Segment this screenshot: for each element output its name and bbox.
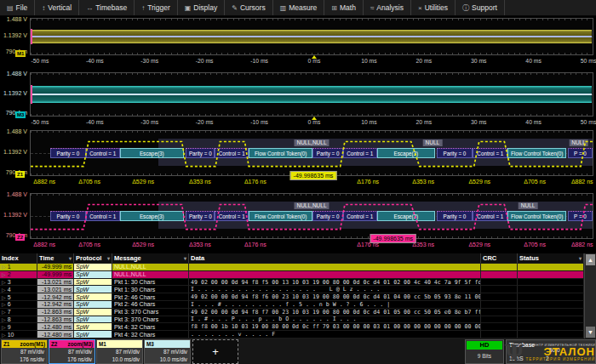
- menu-item-support[interactable]: ⓘSupport: [456, 0, 505, 15]
- column-header-message[interactable]: Message▾: [112, 253, 189, 264]
- descriptor-id: M3: [146, 341, 154, 347]
- sort-icon[interactable]: ▾: [69, 255, 72, 261]
- descriptor-m1[interactable]: M187 mV/div10.0 ms/div: [96, 339, 143, 364]
- menu-item-file[interactable]: ▤File: [0, 0, 35, 15]
- cell-data: I . # . . . P . . . p . . b O . . . . . …: [189, 316, 481, 324]
- row-index: ▷8: [0, 316, 37, 324]
- delta-time-label: Δ882 ns: [33, 242, 55, 247]
- analysis-icon: ≈: [370, 4, 374, 12]
- menu-item-display[interactable]: ▣Display: [178, 0, 225, 15]
- delta-time-label: Δ705 ns: [524, 179, 546, 185]
- cell-crc: [481, 279, 518, 287]
- descriptor-id: Z2: [51, 341, 57, 347]
- table-scrollbar[interactable]: ▲ ▼: [584, 253, 596, 338]
- vertical-scale: 87 mV/div: [97, 348, 142, 355]
- header-label: Time: [39, 254, 54, 262]
- expand-arrow-icon[interactable]: ▷: [2, 324, 6, 330]
- column-header-status[interactable]: Status▾: [518, 253, 584, 264]
- table-row[interactable]: ▷1-49.999 msSpWNULL,NULL: [0, 264, 584, 271]
- menu-item-vertical[interactable]: ↕Vertical: [35, 0, 79, 15]
- cell-data: I . . . . . . . . . . . . . . . . . . L …: [189, 286, 481, 293]
- column-header-data[interactable]: Data: [189, 253, 481, 264]
- descriptor-m3[interactable]: M387 mV/div10.0 ms/div: [144, 339, 191, 364]
- scroll-down-button[interactable]: ▼: [586, 327, 595, 338]
- cell-crc: [481, 286, 518, 293]
- table-row[interactable]: ▷7-12.863 msSpWPkt 3: 370 Chars49 02 00 …: [0, 309, 584, 316]
- add-trace-button[interactable]: +: [192, 339, 238, 364]
- vertical-scale-label: 1.488 V: [0, 191, 27, 198]
- trace-badge-m1[interactable]: M1: [15, 50, 26, 57]
- cell-protocol: SpW: [74, 264, 112, 271]
- horizontal-scale: 176 ns/div: [49, 355, 95, 363]
- sort-icon[interactable]: ▾: [107, 255, 110, 261]
- tick-marks-bottom: [31, 114, 593, 116]
- descriptor-z2[interactable]: Z2zoom(M3)87 mV/div176 ns/div: [49, 339, 95, 364]
- trace-badge-z2[interactable]: Z2: [15, 234, 25, 241]
- header-label: Message: [114, 254, 141, 262]
- table-row[interactable]: ▷2-49.999 msSpWNULL,NULL: [0, 271, 584, 279]
- expand-arrow-icon[interactable]: ▷: [2, 316, 6, 322]
- expand-arrow-icon[interactable]: ▷: [2, 301, 6, 307]
- column-header-protocol[interactable]: Protocol▾: [74, 253, 112, 264]
- menu-item-trigger[interactable]: ↑Trigger: [135, 0, 178, 15]
- menu-item-utilities[interactable]: ×Utilities: [411, 0, 456, 15]
- sort-icon[interactable]: ▾: [184, 255, 186, 261]
- row-index: ▷6: [0, 301, 37, 309]
- table-row[interactable]: ▷3-13.021 msSpWPkt 1: 30 Chars49 02 00 0…: [0, 279, 584, 287]
- delta-time-label: Δ882 ns: [571, 242, 593, 247]
- trace-badge-z1[interactable]: Z1: [15, 171, 25, 178]
- cell-protocol: SpW: [74, 309, 112, 316]
- table-row[interactable]: ▷6-12.942 msSpWPkt 2: 46 CharsI . . . # …: [0, 301, 584, 309]
- column-header-crc[interactable]: CRC: [481, 253, 518, 264]
- trace-badge-m3[interactable]: M3: [15, 111, 26, 118]
- cell-status: [518, 301, 584, 309]
- table-row[interactable]: ▷10-12.480 msSpWPkt 4: 32 Chars. . . . .…: [0, 331, 584, 338]
- cell-message: NULL,NULL: [112, 264, 189, 271]
- index-label: 1: [8, 264, 11, 270]
- axis-tick-label: -40 ms: [86, 119, 104, 125]
- descriptor-id: M1: [99, 341, 106, 347]
- column-header-time[interactable]: Time▾: [37, 253, 74, 264]
- plot-area-z1: NULL,NULLNULLNULLParity = 0Control = 1Es…: [30, 130, 593, 176]
- menu-item-measure[interactable]: ▥Measure: [273, 0, 325, 15]
- menu-item-timebase[interactable]: ↔Timebase: [79, 0, 135, 15]
- header-label: Index: [2, 254, 19, 262]
- table-row[interactable]: ▷8-12.863 msSpWPkt 3: 370 CharsI . # . .…: [0, 316, 584, 324]
- delta-time-label: Δ705 ns: [524, 242, 546, 247]
- sort-icon[interactable]: ▾: [579, 255, 582, 261]
- column-header-index[interactable]: Index: [0, 253, 37, 264]
- axis-tick-label: 0 ms: [308, 119, 321, 125]
- horizontal-scale: 176 ns/div: [2, 355, 47, 363]
- acquisition-status[interactable]: HD 9 Bits: [465, 339, 504, 364]
- menu-item-cursors[interactable]: ✎Cursors: [225, 0, 272, 15]
- axis-tick-label: 20 ms: [416, 58, 433, 64]
- delta-time-label: Δ353 ns: [189, 179, 211, 185]
- index-label: 6: [8, 301, 11, 307]
- expand-arrow-icon[interactable]: ▷: [2, 332, 6, 338]
- vertical-scale-label: 1.488 V: [0, 128, 27, 135]
- expand-arrow-icon[interactable]: ▷: [2, 271, 6, 277]
- index-label: 7: [8, 309, 11, 315]
- menu-item-math[interactable]: ⊞Math: [324, 0, 364, 15]
- table-row[interactable]: ▷9-12.480 msSpWPkt 4: 32 Charsf8 f8 00 1…: [0, 323, 584, 331]
- table-row[interactable]: ▷5-12.942 msSpWPkt 2: 46 Chars49 02 00 0…: [0, 293, 584, 301]
- row-index: ▷10: [0, 331, 37, 338]
- vertical-scale-label: 1.1392 V: [0, 90, 27, 97]
- waveform-grid-z2: 1.488 V1.1392 V790.4 mNULL,NULLNULLParit…: [0, 193, 596, 252]
- expand-arrow-icon[interactable]: ▷: [2, 294, 6, 300]
- table-header-row: IndexTime▾Protocol▾Message▾DataCRCStatus…: [0, 253, 584, 264]
- delta-time-label: Δ529 ns: [468, 179, 490, 185]
- menu-item-analysis[interactable]: ≈Analysis: [364, 0, 411, 15]
- trigger-icon: ↑: [141, 4, 145, 12]
- expand-arrow-icon[interactable]: ▷: [2, 264, 6, 270]
- expand-arrow-icon[interactable]: ▷: [2, 287, 6, 293]
- expand-arrow-icon[interactable]: ▷: [2, 279, 6, 285]
- menu-label: Measure: [289, 3, 317, 12]
- descriptor-z1[interactable]: Z1zoom(M1)87 mV/div176 ns/div: [1, 339, 48, 364]
- scroll-up-button[interactable]: ▲: [586, 254, 595, 265]
- cell-time: -49.999 ms: [37, 264, 74, 271]
- plot-area-m1: [30, 18, 593, 55]
- cell-data: 49 02 00 00 0d 94 f8 f7 00 23 10 03 19 0…: [189, 309, 481, 316]
- table-row[interactable]: ▷4-13.021 msSpWPkt 1: 30 CharsI . . . . …: [0, 286, 584, 293]
- expand-arrow-icon[interactable]: ▷: [2, 309, 6, 315]
